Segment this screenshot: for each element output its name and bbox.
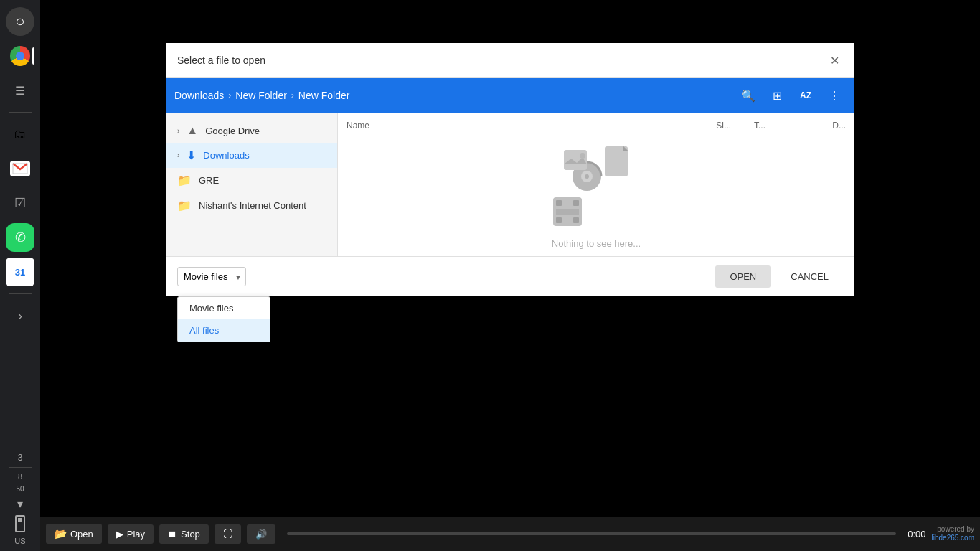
battery-icon	[15, 515, 25, 532]
locale-label: US	[14, 537, 25, 545]
col-header-date: D...	[788, 121, 846, 131]
drive-icon: ▲	[187, 124, 198, 137]
dialog-title: Select a file to open	[177, 55, 265, 66]
doc-icon	[605, 146, 632, 179]
launcher-icon[interactable]: ○	[6, 7, 34, 36]
dialog-titlebar: Select a file to open ✕	[166, 43, 854, 78]
dialog-close-button[interactable]: ✕	[826, 52, 843, 69]
dialog-sidebar: › ▲ Google Drive › ⬇ Downloads 📁 GRE �	[166, 113, 338, 256]
divider-1	[9, 112, 32, 113]
powered-by-link[interactable]: libde265.com	[932, 534, 974, 542]
stop-button[interactable]: ⏹ Stop	[159, 524, 209, 544]
breadcrumb-downloads[interactable]: Downloads	[174, 90, 224, 101]
dropdown-movie-files[interactable]: Movie files	[178, 297, 270, 319]
svg-rect-1	[605, 146, 628, 176]
sidebar-label-downloads: Downloads	[203, 150, 249, 161]
open-label: Open	[70, 529, 93, 540]
chevron-icon-downloads: ›	[177, 151, 179, 159]
sort-button[interactable]: AZ	[794, 84, 817, 107]
play-icon: ▶	[116, 529, 123, 540]
whatsapp-icon[interactable]: ✆	[6, 223, 34, 252]
downloads-icon: ⬇	[187, 149, 196, 162]
divider-bottom	[9, 467, 32, 468]
col-header-size: Si...	[688, 121, 731, 131]
fullscreen-icon: ⛶	[223, 529, 232, 540]
chrome-icon[interactable]	[6, 42, 34, 70]
film-icon	[553, 197, 585, 229]
dialog-main: Name Si... T... D...	[338, 113, 854, 256]
breadcrumb-newfolder2[interactable]: New Folder	[298, 90, 350, 101]
breadcrumb-newfolder1[interactable]: New Folder	[235, 90, 287, 101]
menu-icon[interactable]: ☰	[6, 76, 34, 105]
more-apps-icon[interactable]: ›	[6, 301, 34, 330]
battery-percent: 50	[16, 485, 24, 493]
empty-message: Nothing to see here...	[552, 238, 641, 249]
dialog-action-buttons: OPEN CANCEL	[715, 265, 843, 288]
fullscreen-button[interactable]: ⛶	[215, 524, 241, 544]
open-icon: 📂	[55, 528, 67, 540]
svg-rect-7	[556, 209, 579, 215]
gmail-icon[interactable]	[6, 154, 34, 183]
volume-icon: 🔊	[255, 529, 267, 540]
svg-rect-4	[556, 217, 562, 223]
sidebar-item-google-drive[interactable]: › ▲ Google Drive	[166, 118, 337, 143]
breadcrumb: Downloads › New Folder › New Folder	[174, 90, 349, 101]
svg-rect-6	[573, 217, 579, 223]
chevron-icon: ›	[177, 127, 179, 135]
dialog-overlay: Select a file to open ✕ Downloads › New …	[40, 0, 980, 517]
open-button[interactable]: OPEN	[715, 265, 771, 288]
taskbar-bottom: 📂 Open ▶ Play ⏹ Stop ⛶ 🔊 0:00 powered by…	[40, 517, 980, 551]
search-button[interactable]: 🔍	[737, 84, 760, 107]
file-list-header: Name Si... T... D...	[338, 113, 854, 138]
breadcrumb-sep-2: ›	[291, 90, 294, 100]
grid-view-button[interactable]: ⊞	[765, 84, 788, 107]
volume-button[interactable]: 🔊	[247, 524, 275, 544]
dialog-body: › ▲ Google Drive › ⬇ Downloads 📁 GRE �	[166, 113, 854, 256]
powered-by-text: powered by	[937, 525, 974, 533]
file-type-dropdown: Movie files All files	[177, 296, 270, 342]
cancel-button[interactable]: CANCEL	[776, 265, 843, 288]
stop-icon: ⏹	[168, 529, 177, 540]
breadcrumb-bar: Downloads › New Folder › New Folder 🔍 ⊞ …	[166, 78, 854, 113]
sidebar-item-gre[interactable]: 📁 GRE	[166, 168, 337, 193]
dialog-footer: Movie files All files OPEN CANCEL Movie …	[166, 256, 854, 296]
breadcrumb-sep-1: ›	[228, 90, 231, 100]
open-file-button[interactable]: 📂 Open	[46, 524, 102, 544]
svg-rect-3	[556, 200, 562, 206]
notification-count: 3	[18, 453, 23, 463]
sidebar-label-nishants: Nishant's Internet Content	[199, 200, 306, 211]
tasks-icon[interactable]: ☑	[6, 189, 34, 217]
svg-rect-5	[573, 200, 579, 206]
stop-label: Stop	[181, 529, 200, 540]
progress-bar[interactable]	[287, 532, 896, 535]
divider-2	[9, 293, 32, 294]
file-list-empty: Nothing to see here...	[338, 138, 854, 256]
folder-icon-gre: 📁	[177, 174, 192, 187]
play-label: Play	[127, 529, 145, 540]
battery-number: 8	[18, 472, 22, 481]
image-icon	[564, 150, 590, 176]
col-header-name: Name	[347, 121, 688, 131]
time-display: 0:00	[908, 529, 925, 540]
powered-by: powered by libde265.com	[932, 525, 974, 542]
taskbar-left: ○ ☰ 🗂 ☑ ✆ 31 › 3 8 50	[0, 0, 40, 551]
file-type-select-wrapper[interactable]: Movie files All files	[177, 267, 246, 286]
files-icon[interactable]: 🗂	[6, 120, 34, 149]
sidebar-label-google-drive: Google Drive	[205, 126, 260, 136]
file-type-select[interactable]: Movie files All files	[177, 267, 246, 286]
calendar-icon[interactable]: 31	[6, 258, 34, 286]
wifi-icon: ▾	[17, 497, 23, 511]
play-button[interactable]: ▶ Play	[108, 524, 154, 544]
col-header-type: T...	[731, 121, 788, 131]
file-dialog: Select a file to open ✕ Downloads › New …	[166, 43, 854, 296]
dropdown-all-files[interactable]: All files	[178, 319, 270, 342]
sidebar-item-downloads[interactable]: › ⬇ Downloads	[166, 143, 337, 168]
breadcrumb-actions: 🔍 ⊞ AZ ⋮	[737, 84, 846, 107]
folder-icon-nishants: 📁	[177, 199, 192, 212]
sidebar-label-gre: GRE	[199, 175, 219, 186]
empty-state-icons	[553, 146, 639, 232]
svg-point-12	[580, 153, 585, 159]
more-options-button[interactable]: ⋮	[823, 84, 846, 107]
sidebar-item-nishants[interactable]: 📁 Nishant's Internet Content	[166, 193, 337, 218]
